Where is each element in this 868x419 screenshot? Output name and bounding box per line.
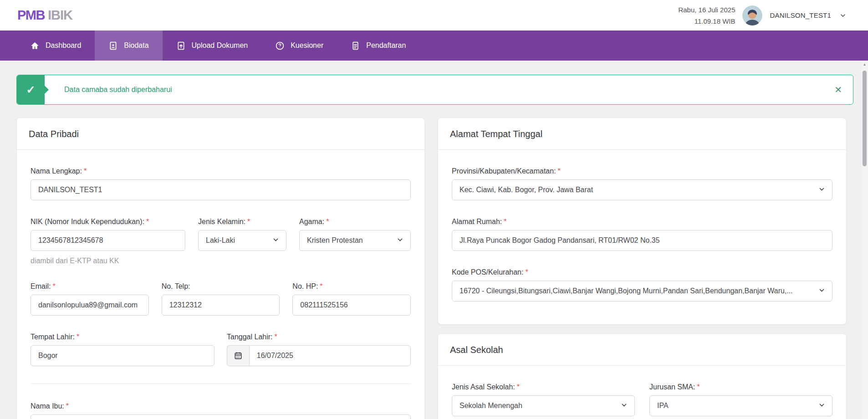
chevron-down-icon	[819, 402, 825, 410]
alamat-rumah-input[interactable]	[452, 230, 832, 251]
app-header: PMB IBIK Rabu, 16 Juli 2025 11.09.18 WIB…	[0, 0, 868, 31]
card-header: Asal Sekolah	[438, 334, 846, 366]
scrollbar-thumb[interactable]	[863, 71, 867, 166]
nav-label: Dashboard	[46, 41, 81, 50]
no-hp-label: No. HP:*	[292, 282, 411, 291]
home-icon	[30, 41, 40, 51]
avatar[interactable]	[742, 5, 762, 26]
field-email: Email:*	[31, 282, 149, 316]
chevron-down-icon	[819, 186, 825, 194]
nik-label: NIK (Nomor Induk Kependudukan):*	[31, 218, 185, 226]
nama-ibu-label: Nama Ibu:*	[31, 402, 411, 410]
field-nik: NIK (Nomor Induk Kependudukan):* diambil…	[31, 218, 185, 265]
tanggal-lahir-label: Tanggal Lahir:*	[227, 333, 411, 341]
nav-label: Kuesioner	[291, 41, 323, 50]
card-alamat-tempat-tinggal: Alamat Tempat Tinggal Provinsi/Kabupaten…	[438, 118, 847, 325]
chevron-down-icon	[621, 402, 627, 410]
card-data-pribadi: Data Pribadi Nama Lengkap:* NIK (Nomor I…	[16, 118, 425, 419]
tab-dashboard[interactable]: Dashboard	[16, 31, 95, 61]
datetime-display: Rabu, 16 Juli 2025 11.09.18 WIB	[678, 4, 735, 27]
tanggal-lahir-input[interactable]	[249, 345, 411, 366]
card-asal-sekolah: Asal Sekolah Jenis Asal Sekolah:* Sekola…	[438, 333, 847, 419]
provinsi-label: Provinsi/Kabupaten/Kecamatan:*	[452, 167, 832, 175]
jenis-asal-sekolah-select[interactable]: Sekolah Menengah	[452, 395, 635, 416]
chevron-down-icon	[273, 236, 279, 245]
chevron-down-icon[interactable]	[839, 12, 847, 19]
field-jenis-kelamin: Jenis Kelamin:* Laki-Laki	[198, 218, 286, 265]
field-jenis-asal-sekolah: Jenis Asal Sekolah:* Sekolah Menengah	[452, 383, 635, 416]
username-label[interactable]: DANILSON_TEST1	[770, 11, 831, 19]
jurusan-sma-select[interactable]: IPA	[649, 395, 832, 416]
jurusan-sma-label: Jurusan SMA:*	[649, 383, 832, 391]
calendar-icon[interactable]	[227, 345, 249, 366]
pmb-ibik-logo[interactable]: PMB IBIK	[17, 8, 72, 23]
field-jurusan-sma: Jurusan SMA:* IPA	[649, 383, 832, 416]
provinsi-select[interactable]: Kec. Ciawi, Kab. Bogor, Prov. Jawa Barat	[452, 179, 832, 200]
question-circle-icon	[275, 41, 285, 51]
file-upload-icon	[176, 41, 186, 51]
success-check-icon: ✓	[17, 75, 45, 104]
field-provinsi: Provinsi/Kabupaten/Kecamatan:* Kec. Ciaw…	[452, 167, 832, 200]
field-no-telp: No. Telp:	[162, 282, 280, 316]
chevron-down-icon	[819, 287, 825, 295]
tab-pendaftaran[interactable]: Pendaftaran	[337, 31, 419, 61]
field-kode-pos: Kode POS/Kelurahan:* 16720 - Cileungsi,B…	[452, 268, 832, 301]
field-nama-ibu: Nama Ibu:*	[31, 402, 411, 419]
document-icon	[351, 41, 360, 51]
current-time: 11.09.18 WIB	[678, 15, 735, 27]
nik-helper-text: diambil dari E-KTP atau KK	[31, 257, 185, 265]
alamat-rumah-label: Alamat Rumah:*	[452, 218, 832, 226]
email-label: Email:*	[31, 282, 149, 291]
kode-pos-select[interactable]: 16720 - Cileungsi,Bitungsari,Ciawi,Banja…	[452, 281, 832, 301]
card-title-asal-sekolah: Asal Sekolah	[450, 345, 834, 355]
scrollbar[interactable]: ▲	[861, 61, 868, 419]
tab-upload-dokumen[interactable]: Upload Dokumen	[163, 31, 262, 61]
agama-select[interactable]: Kristen Protestan	[299, 230, 411, 251]
nav-label: Upload Dokumen	[192, 41, 248, 50]
jenis-kelamin-select[interactable]: Laki-Laki	[198, 230, 286, 251]
field-nama-lengkap: Nama Lengkap:*	[31, 167, 411, 200]
no-telp-input[interactable]	[162, 295, 280, 316]
no-telp-label: No. Telp:	[162, 282, 280, 291]
field-tempat-lahir: Tempat Lahir:*	[31, 333, 214, 366]
success-alert: ✓ Data camaba sudah diperbaharui ✕	[16, 75, 853, 105]
close-icon[interactable]: ✕	[834, 84, 842, 95]
agama-label: Agama:*	[299, 218, 411, 226]
main-navbar: Dashboard Biodata Upload Dokumen	[0, 31, 868, 61]
nav-label: Pendaftaran	[366, 41, 406, 50]
chevron-down-icon	[397, 236, 403, 245]
tab-biodata[interactable]: Biodata	[95, 31, 162, 61]
no-hp-input[interactable]	[292, 295, 411, 316]
nav-label: Biodata	[124, 41, 148, 50]
field-tanggal-lahir: Tanggal Lahir:*	[227, 333, 411, 366]
page-title: Data Pribadi	[29, 129, 413, 139]
field-alamat-rumah: Alamat Rumah:*	[452, 218, 832, 251]
nik-input[interactable]	[31, 230, 185, 251]
logo-pmb-text: PMB	[17, 8, 45, 23]
scroll-up-arrow-icon[interactable]: ▲	[861, 61, 868, 68]
kode-pos-label: Kode POS/Kelurahan:*	[452, 268, 832, 276]
card-header: Data Pribadi	[17, 118, 424, 150]
jenis-kelamin-label: Jenis Kelamin:*	[198, 218, 286, 226]
section-divider	[31, 383, 411, 384]
card-title-alamat: Alamat Tempat Tinggal	[450, 129, 834, 139]
field-no-hp: No. HP:*	[292, 282, 411, 316]
card-header: Alamat Tempat Tinggal	[438, 118, 846, 150]
tempat-lahir-label: Tempat Lahir:*	[31, 333, 214, 341]
id-card-icon	[108, 41, 118, 51]
main-content: ✓ Data camaba sudah diperbaharui ✕ Data …	[0, 61, 868, 419]
nama-lengkap-input[interactable]	[31, 179, 411, 200]
nama-ibu-input[interactable]	[31, 414, 411, 419]
logo-ibik-text: IBIK	[48, 8, 72, 23]
email-field[interactable]	[31, 295, 149, 316]
jenis-asal-sekolah-label: Jenis Asal Sekolah:*	[452, 383, 635, 391]
nama-lengkap-label: Nama Lengkap:*	[31, 167, 411, 175]
tab-kuesioner[interactable]: Kuesioner	[261, 31, 337, 61]
alert-message: Data camaba sudah diperbaharui	[64, 86, 172, 94]
current-date: Rabu, 16 Juli 2025	[678, 4, 735, 15]
field-agama: Agama:* Kristen Protestan	[299, 218, 411, 265]
tempat-lahir-input[interactable]	[31, 345, 214, 366]
